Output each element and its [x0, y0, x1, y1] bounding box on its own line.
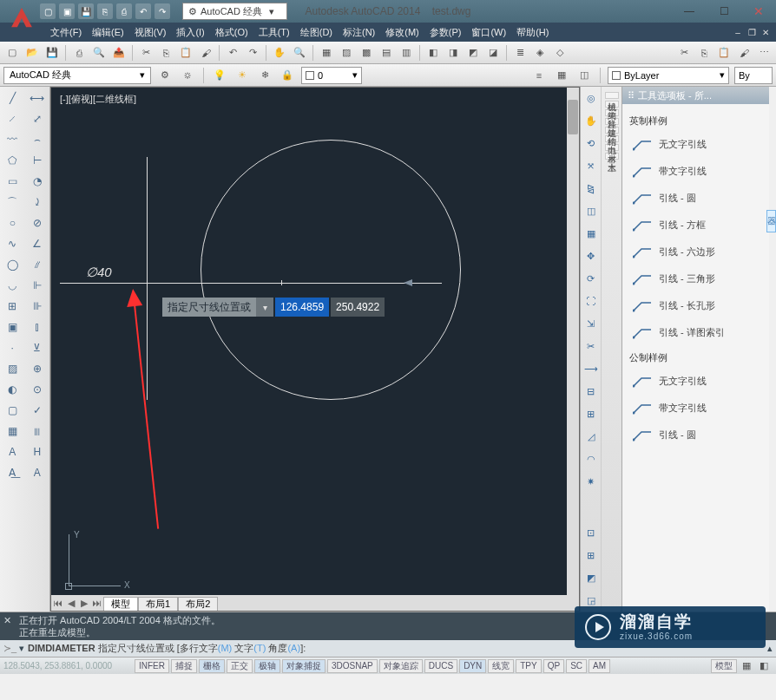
brush-icon[interactable]: 🖌 [735, 44, 753, 62]
linetype-combo[interactable]: By [734, 67, 773, 84]
rotate-icon[interactable]: ⟳ [583, 271, 599, 286]
layer-combo[interactable]: 0 ▾ [301, 67, 362, 84]
ellipsearc-icon[interactable]: ◡ [3, 278, 22, 293]
spline-icon[interactable]: ∿ [3, 236, 22, 252]
extend-icon[interactable]: ⟶ [583, 361, 599, 376]
line-icon[interactable]: ╱ [3, 90, 22, 106]
status-toggle[interactable]: 3DOSNAP [327, 659, 378, 673]
menu-parametric[interactable]: 参数(P) [424, 23, 467, 42]
arc-icon[interactable]: ⌒ [3, 194, 22, 210]
dyn-field-y[interactable]: 250.4922 [331, 298, 385, 317]
inspect-icon[interactable]: ✓ [28, 402, 47, 418]
sb-icon-b[interactable]: ◧ [755, 657, 773, 675]
centermark-icon[interactable]: ⊙ [28, 382, 47, 397]
freeze-icon[interactable]: ❄ [256, 67, 273, 84]
redo-icon[interactable]: ↷ [244, 44, 261, 62]
status-toggle[interactable]: TPY [516, 659, 541, 673]
ws-gear2-icon[interactable]: ⛭ [179, 67, 196, 84]
undo-icon[interactable]: ↶ [224, 44, 241, 62]
qat-save-icon[interactable]: 💾 [78, 3, 94, 19]
paste2-icon[interactable]: 📋 [715, 44, 733, 62]
menu-window[interactable]: 窗口(W) [466, 23, 511, 42]
tab-model[interactable]: 模型 [103, 597, 138, 611]
layerstate-icon[interactable]: ≡ [530, 67, 548, 84]
status-toggle[interactable]: 栅格 [199, 659, 225, 673]
orbit-icon[interactable]: ⟲ [583, 135, 599, 151]
cmd-expand-icon[interactable]: ▴ [767, 643, 773, 654]
qat-redo-icon[interactable]: ↷ [155, 3, 170, 19]
status-toggle[interactable]: 对象追踪 [379, 659, 423, 673]
ellipse-icon[interactable]: ◯ [3, 257, 22, 272]
status-toggle[interactable]: DYN [459, 659, 486, 673]
dimedit-icon[interactable]: H [28, 444, 47, 460]
match-icon[interactable]: 🖌 [197, 44, 214, 62]
preview-icon[interactable]: 🔍 [90, 44, 108, 62]
menu-file[interactable]: 文件(F) [45, 23, 87, 42]
menu-edit[interactable]: 编辑(E) [87, 23, 129, 42]
qat-saveas-icon[interactable]: ⎘ [97, 3, 113, 19]
chamfer-icon[interactable]: ◿ [583, 429, 599, 444]
open-icon[interactable]: 📂 [23, 44, 41, 62]
mtext-icon[interactable]: A [3, 444, 22, 460]
paste-icon[interactable]: 📋 [177, 44, 194, 62]
mdi-restore[interactable]: ❐ [746, 26, 758, 38]
close-button[interactable]: ✕ [741, 0, 776, 23]
point-icon[interactable]: · [3, 340, 22, 356]
vtab-5[interactable]: 电力 [605, 135, 619, 142]
tb-icon-h[interactable]: ◩ [464, 44, 482, 62]
dim-aligned-icon[interactable]: ⤢ [28, 111, 47, 127]
status-toggle[interactable]: 捕捉 [171, 659, 197, 673]
stretch-icon[interactable]: ⇲ [583, 316, 599, 331]
break-icon[interactable]: ⊟ [583, 383, 599, 399]
workspace-combo[interactable]: AutoCAD 经典 ▾ [3, 67, 151, 84]
lock-icon[interactable]: 🔒 [279, 67, 296, 84]
pan-icon[interactable]: ✋ [583, 113, 599, 128]
grip-icon[interactable]: ⠿ [628, 90, 635, 101]
dim-jog-icon[interactable]: ⤸ [28, 194, 47, 210]
workspace-dropdown[interactable]: ⚙ AutoCAD 经典 ▾ [182, 3, 287, 20]
bulb-icon[interactable]: 💡 [211, 67, 228, 84]
addsel-icon[interactable]: A͟ [3, 465, 22, 481]
qat-print-icon[interactable]: ⎙ [116, 3, 132, 19]
tb-icon-f[interactable]: ◧ [424, 44, 442, 62]
mdi-minimize[interactable]: – [732, 26, 744, 38]
copy-icon[interactable]: ⎘ [157, 44, 174, 62]
joglinear-icon[interactable]: ⫼ [28, 423, 47, 439]
print-icon[interactable]: ⎙ [70, 44, 88, 62]
palette-item[interactable]: 引线 - 六边形 [628, 239, 764, 265]
status-toggle[interactable]: 对象捕捉 [282, 659, 326, 673]
palette-pin-icon[interactable]: ⊡ [583, 525, 599, 540]
hatch-icon[interactable]: ▨ [3, 361, 22, 376]
new-icon[interactable]: ▢ [3, 44, 21, 62]
sb-icon-a[interactable]: ▦ [738, 657, 755, 675]
fillet-icon[interactable]: ◠ [583, 451, 599, 467]
qat-undo-icon[interactable]: ↶ [135, 3, 151, 19]
qat-new-icon[interactable]: ▢ [40, 3, 56, 19]
dim-base-icon[interactable]: ⊩ [28, 278, 47, 293]
palette-item[interactable]: 引线 - 圆 [628, 422, 764, 448]
dim-cont-icon[interactable]: ⊪ [28, 298, 47, 314]
dimtedit-icon[interactable]: A [28, 465, 47, 481]
palette-item[interactable]: 引线 - 三角形 [628, 265, 764, 292]
tab-layout1[interactable]: 布局1 [138, 597, 178, 611]
cut-icon[interactable]: ✂ [137, 44, 155, 62]
gradient-icon[interactable]: ◐ [3, 382, 22, 397]
pline-icon[interactable]: 〰 [3, 132, 22, 147]
tb-icon-g[interactable]: ◨ [444, 44, 462, 62]
move-icon[interactable]: ✥ [583, 248, 599, 264]
tab-nav[interactable]: ⏮◀▶⏭ [51, 598, 103, 609]
tb-icon-c[interactable]: ▩ [358, 44, 375, 62]
minimize-button[interactable]: — [672, 0, 707, 23]
palette-item[interactable]: 引线 - 方框 [628, 212, 764, 239]
save-icon[interactable]: 💾 [43, 44, 61, 62]
vtab-3[interactable]: 建筑 [605, 118, 619, 125]
cmd-close-icon[interactable]: ✕ [3, 614, 11, 626]
vertical-scrollbar[interactable] [567, 88, 579, 595]
region-icon[interactable]: ▢ [3, 402, 22, 418]
palette-item[interactable]: 带文字引线 [628, 158, 764, 185]
dim-quick-icon[interactable]: ⫽ [28, 257, 47, 272]
status-toggle[interactable]: AM [589, 659, 610, 673]
palette-item[interactable]: 无文字引线 [628, 368, 764, 395]
table-icon[interactable]: ▦ [3, 423, 22, 439]
menu-help[interactable]: 帮助(H) [511, 23, 554, 42]
